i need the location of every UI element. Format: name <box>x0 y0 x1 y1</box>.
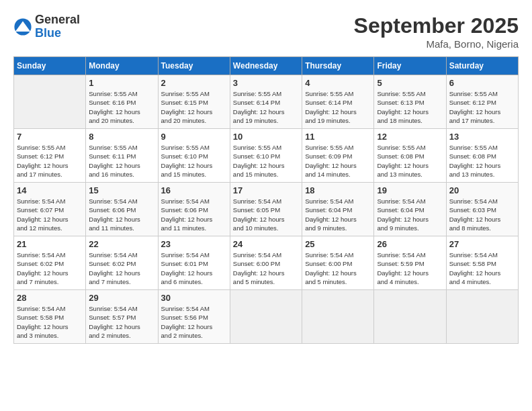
day-number: 22 <box>89 239 154 249</box>
logo-general: General <box>35 13 80 27</box>
calendar-week-row: 14Sunrise: 5:54 AM Sunset: 6:07 PM Dayli… <box>14 183 519 236</box>
day-info: Sunrise: 5:55 AM Sunset: 6:10 PM Dayligh… <box>233 143 299 179</box>
day-info: Sunrise: 5:54 AM Sunset: 6:04 PM Dayligh… <box>305 197 371 232</box>
calendar-week-row: 21Sunrise: 5:54 AM Sunset: 6:02 PM Dayli… <box>14 236 519 290</box>
day-info: Sunrise: 5:54 AM Sunset: 5:57 PM Dayligh… <box>89 304 154 340</box>
day-info: Sunrise: 5:55 AM Sunset: 6:12 PM Dayligh… <box>17 143 83 179</box>
day-of-week-header: Friday <box>374 57 446 75</box>
day-info: Sunrise: 5:55 AM Sunset: 6:16 PM Dayligh… <box>89 89 154 125</box>
day-info: Sunrise: 5:54 AM Sunset: 6:05 PM Dayligh… <box>233 197 299 232</box>
day-number: 26 <box>377 239 443 249</box>
calendar-cell: 16Sunrise: 5:54 AM Sunset: 6:06 PM Dayli… <box>158 183 230 236</box>
location: Mafa, Borno, Nigeria <box>354 38 519 50</box>
day-info: Sunrise: 5:54 AM Sunset: 6:02 PM Dayligh… <box>17 250 83 286</box>
calendar-cell: 2Sunrise: 5:55 AM Sunset: 6:15 PM Daylig… <box>158 75 230 129</box>
day-of-week-header: Monday <box>86 57 158 75</box>
calendar-cell: 5Sunrise: 5:55 AM Sunset: 6:13 PM Daylig… <box>374 75 446 129</box>
calendar-cell: 25Sunrise: 5:54 AM Sunset: 6:00 PM Dayli… <box>302 236 374 290</box>
day-number: 10 <box>233 132 299 142</box>
day-number: 16 <box>161 185 227 195</box>
day-info: Sunrise: 5:54 AM Sunset: 6:01 PM Dayligh… <box>161 250 227 286</box>
day-info: Sunrise: 5:54 AM Sunset: 5:58 PM Dayligh… <box>449 250 515 286</box>
day-number: 17 <box>233 185 299 195</box>
day-of-week-header: Sunday <box>14 57 86 75</box>
month-title: September 2025 <box>354 13 519 38</box>
calendar-cell <box>302 290 374 344</box>
day-number: 8 <box>89 132 154 142</box>
title-block: September 2025 Mafa, Borno, Nigeria <box>354 13 519 50</box>
calendar-cell: 14Sunrise: 5:54 AM Sunset: 6:07 PM Dayli… <box>14 183 86 236</box>
day-number: 1 <box>89 78 154 88</box>
calendar-cell: 18Sunrise: 5:54 AM Sunset: 6:04 PM Dayli… <box>302 183 374 236</box>
calendar-cell: 3Sunrise: 5:55 AM Sunset: 6:14 PM Daylig… <box>230 75 302 129</box>
day-number: 29 <box>89 293 154 303</box>
calendar-table: SundayMondayTuesdayWednesdayThursdayFrid… <box>13 56 519 344</box>
day-info: Sunrise: 5:54 AM Sunset: 6:03 PM Dayligh… <box>449 197 515 232</box>
day-number: 27 <box>449 239 515 249</box>
day-number: 14 <box>17 185 83 195</box>
calendar-cell: 15Sunrise: 5:54 AM Sunset: 6:06 PM Dayli… <box>86 183 158 236</box>
calendar-cell: 30Sunrise: 5:54 AM Sunset: 5:56 PM Dayli… <box>158 290 230 344</box>
calendar-cell: 23Sunrise: 5:54 AM Sunset: 6:01 PM Dayli… <box>158 236 230 290</box>
day-info: Sunrise: 5:54 AM Sunset: 6:06 PM Dayligh… <box>89 197 154 232</box>
day-number: 2 <box>161 78 227 88</box>
calendar-cell: 9Sunrise: 5:55 AM Sunset: 6:10 PM Daylig… <box>158 129 230 183</box>
calendar-cell: 22Sunrise: 5:54 AM Sunset: 6:02 PM Dayli… <box>86 236 158 290</box>
day-number: 24 <box>233 239 299 249</box>
logo-blue: Blue <box>35 27 80 40</box>
day-number: 30 <box>161 293 227 303</box>
day-info: Sunrise: 5:54 AM Sunset: 6:07 PM Dayligh… <box>17 197 83 232</box>
day-number: 12 <box>377 132 443 142</box>
day-number: 9 <box>161 132 227 142</box>
calendar-cell: 17Sunrise: 5:54 AM Sunset: 6:05 PM Dayli… <box>230 183 302 236</box>
day-number: 20 <box>449 185 515 195</box>
calendar-week-row: 1Sunrise: 5:55 AM Sunset: 6:16 PM Daylig… <box>14 75 519 129</box>
page-header: General Blue September 2025 Mafa, Borno,… <box>13 13 519 50</box>
calendar-cell: 27Sunrise: 5:54 AM Sunset: 5:58 PM Dayli… <box>446 236 518 290</box>
day-info: Sunrise: 5:55 AM Sunset: 6:09 PM Dayligh… <box>305 143 371 179</box>
day-of-week-header: Wednesday <box>230 57 302 75</box>
calendar-cell: 20Sunrise: 5:54 AM Sunset: 6:03 PM Dayli… <box>446 183 518 236</box>
logo: General Blue <box>13 13 80 40</box>
calendar-cell: 21Sunrise: 5:54 AM Sunset: 6:02 PM Dayli… <box>14 236 86 290</box>
day-number: 3 <box>233 78 299 88</box>
calendar-cell: 29Sunrise: 5:54 AM Sunset: 5:57 PM Dayli… <box>86 290 158 344</box>
calendar-cell <box>374 290 446 344</box>
day-number: 21 <box>17 239 83 249</box>
calendar-cell: 19Sunrise: 5:54 AM Sunset: 6:04 PM Dayli… <box>374 183 446 236</box>
day-info: Sunrise: 5:54 AM Sunset: 6:02 PM Dayligh… <box>89 250 154 286</box>
calendar-cell: 10Sunrise: 5:55 AM Sunset: 6:10 PM Dayli… <box>230 129 302 183</box>
day-number: 25 <box>305 239 371 249</box>
day-info: Sunrise: 5:54 AM Sunset: 5:58 PM Dayligh… <box>17 304 83 340</box>
logo-text: General Blue <box>35 13 80 40</box>
day-of-week-header: Thursday <box>302 57 374 75</box>
calendar-cell: 13Sunrise: 5:55 AM Sunset: 6:08 PM Dayli… <box>446 129 518 183</box>
day-info: Sunrise: 5:54 AM Sunset: 6:00 PM Dayligh… <box>233 250 299 286</box>
day-number: 28 <box>17 293 83 303</box>
calendar-week-row: 7Sunrise: 5:55 AM Sunset: 6:12 PM Daylig… <box>14 129 519 183</box>
day-info: Sunrise: 5:55 AM Sunset: 6:15 PM Dayligh… <box>161 89 227 125</box>
day-number: 7 <box>17 132 83 142</box>
calendar-header-row: SundayMondayTuesdayWednesdayThursdayFrid… <box>14 57 519 75</box>
calendar-cell: 28Sunrise: 5:54 AM Sunset: 5:58 PM Dayli… <box>14 290 86 344</box>
day-number: 13 <box>449 132 515 142</box>
day-number: 18 <box>305 185 371 195</box>
day-number: 19 <box>377 185 443 195</box>
day-info: Sunrise: 5:55 AM Sunset: 6:13 PM Dayligh… <box>377 89 443 125</box>
calendar-cell: 8Sunrise: 5:55 AM Sunset: 6:11 PM Daylig… <box>86 129 158 183</box>
day-info: Sunrise: 5:55 AM Sunset: 6:12 PM Dayligh… <box>449 89 515 125</box>
day-info: Sunrise: 5:54 AM Sunset: 5:59 PM Dayligh… <box>377 250 443 286</box>
calendar-cell <box>230 290 302 344</box>
calendar-cell: 7Sunrise: 5:55 AM Sunset: 6:12 PM Daylig… <box>14 129 86 183</box>
day-info: Sunrise: 5:54 AM Sunset: 5:56 PM Dayligh… <box>161 304 227 340</box>
calendar-cell: 11Sunrise: 5:55 AM Sunset: 6:09 PM Dayli… <box>302 129 374 183</box>
calendar-cell: 1Sunrise: 5:55 AM Sunset: 6:16 PM Daylig… <box>86 75 158 129</box>
day-info: Sunrise: 5:55 AM Sunset: 6:10 PM Dayligh… <box>161 143 227 179</box>
day-info: Sunrise: 5:55 AM Sunset: 6:14 PM Dayligh… <box>305 89 371 125</box>
day-number: 4 <box>305 78 371 88</box>
calendar-cell: 12Sunrise: 5:55 AM Sunset: 6:08 PM Dayli… <box>374 129 446 183</box>
day-number: 6 <box>449 78 515 88</box>
day-info: Sunrise: 5:55 AM Sunset: 6:08 PM Dayligh… <box>377 143 443 179</box>
calendar-body: 1Sunrise: 5:55 AM Sunset: 6:16 PM Daylig… <box>14 75 519 344</box>
day-number: 15 <box>89 185 154 195</box>
